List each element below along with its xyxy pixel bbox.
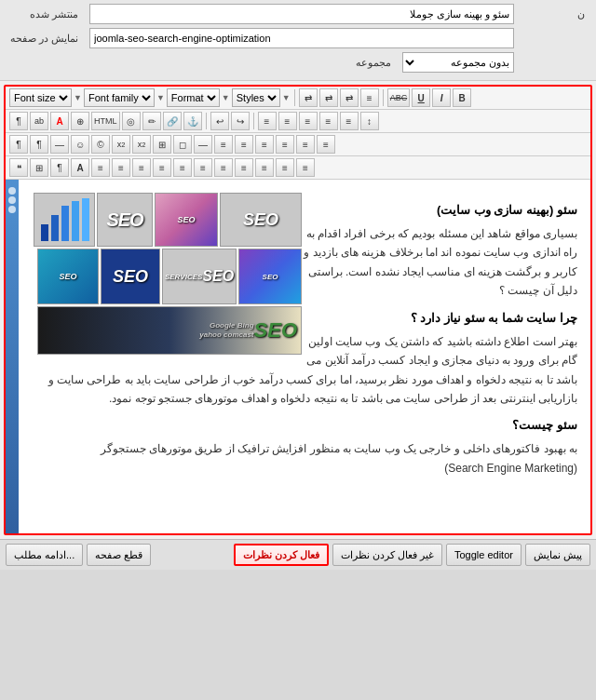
cut-page-btn[interactable]: قطع صفحه	[87, 544, 151, 566]
tb4-quote[interactable]: ❝	[9, 158, 28, 177]
abc-btn[interactable]: ABC	[387, 88, 411, 107]
format-select[interactable]: Format	[167, 88, 220, 107]
continue-article-btn[interactable]: ادامه مطلب...	[6, 544, 83, 566]
align-left-btn[interactable]: ⇄	[340, 88, 359, 107]
align-right-btn[interactable]: ⇄	[299, 88, 318, 107]
tb4-b1[interactable]: ≡	[91, 158, 110, 177]
tb3-hr[interactable]: —	[50, 135, 69, 154]
sep3	[206, 113, 207, 129]
bold-btn[interactable]: B	[453, 88, 471, 107]
tb4-grid[interactable]: ⊞	[30, 158, 48, 177]
tb3-para1[interactable]: ¶	[9, 135, 28, 154]
side-dot1	[8, 187, 16, 195]
tb3-hr2[interactable]: —	[194, 135, 212, 154]
underline-btn[interactable]: U	[412, 88, 430, 107]
svg-rect-2	[61, 206, 69, 241]
tb2-edit[interactable]: ✏	[142, 112, 161, 130]
label-n: ن	[514, 8, 589, 20]
img-row2: SEO SEO SERVICES SEO SEO	[34, 249, 302, 304]
img-seo1: SEO	[220, 193, 302, 247]
img-seo-block: SEO	[101, 249, 160, 304]
styles-select[interactable]: Styles	[232, 88, 280, 107]
tb4-b10[interactable]: ≡	[276, 158, 294, 177]
img-chart	[34, 193, 95, 247]
svg-rect-1	[51, 215, 59, 241]
disable-comments-btn[interactable]: غیر فعال کردن نظرات	[332, 544, 442, 566]
toolbar-row4: ❝ ⊞ ¶ A ≡ ≡ ≡ ≡ ≡ ≡ ≡ ≡ ≡ ≡ ≡	[6, 156, 590, 180]
tb2-search[interactable]: ◎	[122, 112, 141, 130]
tb4-b3[interactable]: ≡	[132, 158, 151, 177]
toolbar-row2: ¶ ab A ⊕ HTML ◎ ✏ 🔗 ⚓ ↩ ↪ ≡ ≡ ≡ ≡ ≡ ↕	[6, 110, 590, 133]
enable-comments-btn[interactable]: فعال کردن نظرات	[234, 544, 329, 566]
svg-rect-0	[41, 224, 48, 241]
tb2-redo[interactable]: ↪	[231, 112, 250, 130]
tb2-list2[interactable]: ≡	[278, 112, 297, 130]
image-grid: SEO SEO SEO	[34, 193, 302, 355]
tb3-sub[interactable]: x2	[132, 135, 151, 154]
svg-rect-3	[72, 201, 79, 241]
font-size-select[interactable]: Font size	[9, 88, 72, 107]
tb2-para[interactable]: ¶	[9, 112, 28, 130]
tb3-sup[interactable]: x2	[112, 135, 130, 154]
side-dot2	[8, 196, 16, 204]
tb3-b3[interactable]: ≡	[255, 135, 274, 154]
italic-btn[interactable]: I	[432, 88, 451, 107]
top-form: ن منتشر شده نمایش در صفحه بدون مجموعه مج…	[0, 0, 596, 81]
tb3-b2[interactable]: ≡	[235, 135, 253, 154]
img-banner: SEO Google Bingyahoo comcast	[37, 306, 302, 355]
tb2-img[interactable]: ⊕	[71, 112, 89, 130]
tb3-b5[interactable]: ≡	[296, 135, 315, 154]
tb4-b2[interactable]: ≡	[112, 158, 130, 177]
editor-content[interactable]: SEO SEO SEO	[6, 180, 590, 533]
tb3-para2[interactable]: ¶	[30, 135, 48, 154]
img-row1: SEO SEO SEO	[34, 193, 302, 247]
tb2-anchor[interactable]: ⚓	[183, 112, 202, 130]
group-select[interactable]: بدون مجموعه	[402, 52, 514, 73]
tb4-a[interactable]: A	[71, 158, 89, 177]
tb2-a[interactable]: A	[50, 112, 69, 130]
tb3-b4[interactable]: ≡	[276, 135, 294, 154]
right-buttons: پیش نمایش Toggle editor غیر فعال کردن نظ…	[234, 544, 590, 566]
tb4-b11[interactable]: ≡	[296, 158, 315, 177]
tb3-table[interactable]: ⊞	[153, 135, 171, 154]
tb4-b9[interactable]: ≡	[255, 158, 274, 177]
tb4-para[interactable]: ¶	[50, 158, 69, 177]
preview-btn[interactable]: پیش نمایش	[525, 544, 590, 566]
tb4-b4[interactable]: ≡	[153, 158, 171, 177]
tb2-html[interactable]: HTML	[91, 112, 120, 130]
tb3-box[interactable]: ◻	[173, 135, 192, 154]
tb2-link[interactable]: 🔗	[163, 112, 182, 130]
img-seo2: SEO	[155, 193, 218, 247]
tb3-smiley[interactable]: ☺	[71, 135, 89, 154]
tb2-expand[interactable]: ↕	[360, 112, 379, 130]
tb3-b6[interactable]: ≡	[317, 135, 335, 154]
tb2-list4[interactable]: ≡	[319, 112, 338, 130]
tb4-b6[interactable]: ≡	[194, 158, 212, 177]
sep1	[294, 89, 295, 106]
tb4-b5[interactable]: ≡	[173, 158, 192, 177]
side-dot3	[8, 206, 16, 213]
font-family-select[interactable]: Font family	[84, 88, 155, 107]
tb4-b7[interactable]: ≡	[214, 158, 233, 177]
img-venn: SEO	[238, 249, 302, 304]
content-inner: SEO SEO SEO	[26, 187, 583, 489]
tb3-copy[interactable]: ©	[91, 135, 110, 154]
para3: به بهبود فاکتورهای داخلی و خارجی یک وب س…	[26, 439, 577, 478]
svg-rect-4	[82, 198, 89, 241]
slug-input[interactable]	[89, 28, 514, 48]
toggle-editor-btn[interactable]: Toggle editor	[446, 544, 522, 566]
side-blue-bar	[6, 180, 19, 533]
tb2-ab[interactable]: ab	[30, 112, 48, 130]
tb2-list3[interactable]: ≡	[299, 112, 318, 130]
justify-btn[interactable]: ≡	[360, 88, 379, 107]
editor-container: Font size ▼ Font family ▼ Format ▼ Style…	[4, 85, 592, 535]
tb3-b1[interactable]: ≡	[214, 135, 233, 154]
title-input[interactable]	[89, 4, 514, 24]
tb2-list5[interactable]: ≡	[340, 112, 359, 130]
sep4	[253, 113, 254, 129]
tb2-list1[interactable]: ≡	[258, 112, 277, 130]
align-center-btn[interactable]: ⇄	[319, 88, 338, 107]
tb4-b8[interactable]: ≡	[235, 158, 253, 177]
img-services: SEO SERVICES	[162, 249, 237, 304]
tb2-undo[interactable]: ↩	[210, 112, 229, 130]
